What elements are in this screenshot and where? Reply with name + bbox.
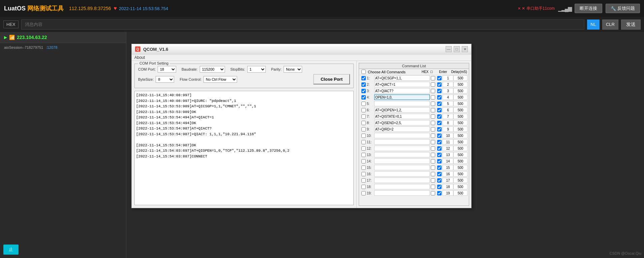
maximize-button[interactable]: □ [454, 46, 460, 52]
cmd-text-19[interactable] [374, 190, 430, 196]
minimize-button[interactable]: — [446, 46, 452, 52]
cmd-checkbox-3[interactable] [361, 89, 366, 93]
cmd-text-12[interactable] [374, 146, 430, 151]
cmd-enter-num-5[interactable] [443, 101, 453, 106]
cmd-enter-num-17[interactable] [443, 178, 453, 183]
cmd-hex-13[interactable] [431, 153, 435, 157]
cmd-enter-15[interactable] [437, 165, 442, 170]
cmd-text-13[interactable] [374, 152, 430, 157]
cmd-checkbox-16[interactable] [361, 172, 366, 176]
cmd-enter-num-10[interactable] [443, 133, 453, 138]
cmd-text-10[interactable] [374, 133, 430, 138]
cmd-delay-11[interactable] [453, 139, 468, 145]
cmd-enter-num-18[interactable] [443, 184, 453, 189]
cmd-delay-19[interactable] [453, 190, 468, 196]
cmd-enter-num-9[interactable] [443, 126, 453, 132]
cmd-enter-4[interactable] [437, 95, 442, 100]
cmd-delay-1[interactable] [453, 75, 468, 81]
cmd-delay-12[interactable] [453, 146, 468, 151]
cmd-hex-2[interactable] [431, 82, 435, 87]
serial-link[interactable]: ✕ ✕ 串口助手11com [518, 6, 554, 11]
cmd-checkbox-5[interactable] [361, 102, 366, 106]
cmd-enter-14[interactable] [437, 159, 442, 163]
cmd-hex-10[interactable] [431, 134, 435, 138]
feedback-button[interactable]: 🔧 反馈问题 [606, 4, 640, 13]
cmd-enter-num-11[interactable] [443, 139, 453, 145]
cmd-text-4[interactable] [374, 95, 430, 100]
cmd-enter-num-2[interactable] [443, 82, 453, 87]
cmd-enter-num-14[interactable] [443, 158, 453, 164]
cmd-delay-15[interactable] [453, 165, 468, 170]
connection-item[interactable]: ▶ 📶 223.104.63.22 [0, 32, 126, 43]
cmd-delay-17[interactable] [453, 178, 468, 183]
bytesize-select[interactable]: 8 [156, 76, 174, 83]
cmd-hex-3[interactable] [431, 89, 435, 93]
cmd-text-9[interactable] [374, 126, 430, 132]
cmd-enter-num-13[interactable] [443, 152, 453, 157]
stopbits-select[interactable]: 1 [247, 66, 266, 73]
menu-about[interactable]: About [134, 55, 145, 60]
cmd-enter-num-7[interactable] [443, 114, 453, 119]
cmd-enter-num-3[interactable] [443, 88, 453, 94]
bottom-action-button[interactable]: 止 [3, 245, 19, 255]
cmd-delay-7[interactable] [453, 114, 468, 119]
cmd-hex-6[interactable] [431, 108, 435, 112]
cmd-enter-11[interactable] [437, 140, 442, 144]
cmd-text-14[interactable] [374, 158, 430, 164]
cmd-hex-11[interactable] [431, 140, 435, 144]
cmd-enter-13[interactable] [437, 153, 442, 157]
cmd-hex-14[interactable] [431, 159, 435, 163]
cmd-checkbox-18[interactable] [361, 185, 366, 189]
cmd-enter-2[interactable] [437, 82, 442, 87]
cmd-delay-10[interactable] [453, 133, 468, 138]
cmd-enter-num-6[interactable] [443, 107, 453, 113]
cmd-enter-19[interactable] [437, 191, 442, 195]
cmd-checkbox-1[interactable] [361, 76, 366, 80]
cmd-text-11[interactable] [374, 139, 430, 145]
cmd-checkbox-12[interactable] [361, 146, 366, 151]
cmd-enter-5[interactable] [437, 102, 442, 106]
cmd-enter-6[interactable] [437, 108, 442, 112]
cmd-text-5[interactable] [374, 101, 430, 106]
cmd-enter-num-8[interactable] [443, 120, 453, 125]
parity-select[interactable]: None [284, 66, 302, 73]
cmd-delay-18[interactable] [453, 184, 468, 189]
cmd-enter-3[interactable] [437, 89, 442, 93]
cmd-hex-8[interactable] [431, 121, 435, 125]
cmd-hex-7[interactable] [431, 114, 435, 119]
nl-button[interactable]: NL [587, 20, 600, 30]
cmd-checkbox-8[interactable] [361, 121, 366, 125]
cmd-text-15[interactable] [374, 165, 430, 170]
cmd-enter-10[interactable] [437, 134, 442, 138]
cmd-checkbox-7[interactable] [361, 114, 366, 119]
cmd-checkbox-15[interactable] [361, 165, 366, 170]
cmd-enter-18[interactable] [437, 185, 442, 189]
cmd-hex-16[interactable] [431, 172, 435, 176]
cmd-delay-14[interactable] [453, 158, 468, 164]
cmd-hex-1[interactable] [431, 76, 435, 80]
cmd-hex-9[interactable] [431, 127, 435, 132]
cmd-checkbox-10[interactable] [361, 134, 366, 138]
cmd-enter-16[interactable] [437, 172, 442, 176]
cmd-delay-6[interactable] [453, 107, 468, 113]
cmd-delay-2[interactable] [453, 82, 468, 87]
cmd-hex-15[interactable] [431, 165, 435, 170]
cmd-text-7[interactable] [374, 114, 430, 119]
cmd-checkbox-14[interactable] [361, 159, 366, 163]
close-button[interactable]: ✕ [462, 46, 468, 52]
cmd-text-2[interactable] [374, 82, 430, 87]
cmd-hex-18[interactable] [431, 185, 435, 189]
cmd-text-8[interactable] [374, 120, 430, 125]
disconnect-button[interactable]: 断开连接 [575, 4, 602, 13]
com-port-select[interactable]: 18 [158, 66, 176, 73]
cmd-enter-num-16[interactable] [443, 171, 453, 177]
cmd-text-17[interactable] [374, 178, 430, 183]
cmd-delay-9[interactable] [453, 126, 468, 132]
cmd-checkbox-6[interactable] [361, 108, 366, 112]
cmd-hex-19[interactable] [431, 191, 435, 195]
cmd-enter-17[interactable] [437, 178, 442, 183]
flow-control-select[interactable]: No Ctrl Flow [203, 76, 237, 83]
cmd-checkbox-11[interactable] [361, 140, 366, 144]
cmd-hex-17[interactable] [431, 178, 435, 183]
cmd-checkbox-17[interactable] [361, 178, 366, 183]
